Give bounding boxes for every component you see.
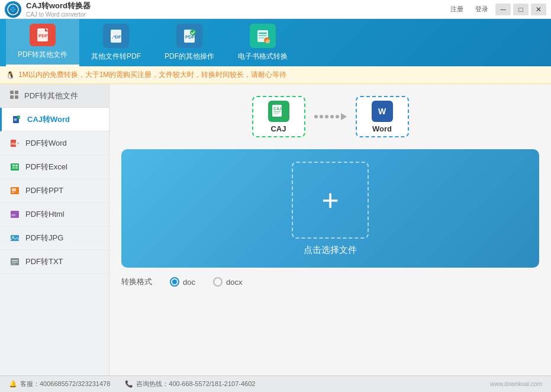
svg-rect-39 <box>12 264 15 265</box>
pdf-ops-icon: PDF <box>176 24 202 48</box>
svg-rect-15 <box>10 91 14 94</box>
svg-rect-16 <box>15 91 18 94</box>
sidebar-item-pdf-to-jpg[interactable]: PDF转JPG <box>0 226 109 250</box>
svg-point-1 <box>11 8 15 11</box>
format-selector-label: 转换格式 <box>121 277 152 287</box>
sidebar-section-title: PDF转其他文件 <box>0 84 109 108</box>
notice-text: 1M以内的免费转换，大于1M的需购买注册，文件较大时，转换时间较长，请耐心等待 <box>18 70 286 80</box>
sidebar-item-pdf-to-word[interactable]: PDF PDF转Word <box>0 131 109 155</box>
svg-text:</>: </> <box>11 213 15 217</box>
svg-rect-31 <box>12 192 15 193</box>
app-subtitle: CAJ to Word convertor <box>26 11 91 18</box>
sidebar-section-label: PDF转其他文件 <box>24 91 78 101</box>
format-label-doc: doc <box>183 278 195 287</box>
svg-rect-27 <box>12 167 15 169</box>
from-format-box: CAJ CAJ <box>252 96 305 137</box>
toolbar-label-other-to-pdf: 其他文件转PDF <box>91 52 141 62</box>
sidebar-label-pdf-to-word: PDF转Word <box>25 138 67 149</box>
from-format-label: CAJ <box>270 124 286 133</box>
drop-zone-inner: + <box>292 162 369 239</box>
sidebar-label-pdf-to-html: PDF转Html <box>25 209 65 220</box>
sidebar-item-caj-to-word[interactable]: W CAJ转Word <box>0 108 109 131</box>
svg-rect-28 <box>15 167 18 169</box>
pdf-to-ppt-icon <box>9 185 21 197</box>
ebook-icon: @ <box>250 24 276 48</box>
hotline-text: 咨询热线：400-668-5572/181-2107-4602 <box>136 380 255 388</box>
minimize-button[interactable]: ─ <box>495 4 511 15</box>
svg-rect-26 <box>15 165 18 166</box>
caj-format-icon: CAJ <box>268 101 289 122</box>
footer-right: www.downkuai.com <box>490 381 542 387</box>
svg-rect-21 <box>17 115 20 119</box>
svg-text:PDF: PDF <box>38 33 48 38</box>
svg-rect-37 <box>12 260 18 261</box>
toolbar-label-ebook: 电子书格式转换 <box>238 52 288 62</box>
radio-dot-docx <box>213 277 223 287</box>
footer-left: 🔔 客服：4006685572/323231478 📞 咨询热线：400-668… <box>9 380 255 388</box>
login-button[interactable]: 登录 <box>471 4 493 15</box>
format-label-docx: docx <box>226 278 242 287</box>
content-panel: CAJ CAJ W <box>109 84 551 375</box>
svg-text:PDF: PDF <box>11 142 17 146</box>
toolbar-item-pdf-to-other[interactable]: PDF PDF转其他文件 <box>6 19 79 66</box>
close-button[interactable]: ✕ <box>531 4 546 15</box>
maximize-button[interactable]: □ <box>513 4 529 15</box>
format-radio-doc[interactable]: doc <box>170 277 195 287</box>
sidebar-item-pdf-to-ppt[interactable]: PDF转PPT <box>0 179 109 203</box>
title-bar: CAJ转word转换器 CAJ to Word convertor 注册 登录 … <box>0 0 551 19</box>
arrow-dot-3 <box>325 115 328 118</box>
svg-rect-12 <box>259 37 265 38</box>
drop-zone[interactable]: + 点击选择文件 <box>121 149 539 268</box>
svg-rect-18 <box>15 95 18 99</box>
svg-rect-25 <box>12 165 15 166</box>
pdf-to-word-icon: PDF <box>9 137 21 149</box>
sidebar-item-pdf-to-txt[interactable]: PDF转TXT <box>0 250 109 274</box>
arrow-dot-4 <box>330 115 334 118</box>
drop-zone-label: 点击选择文件 <box>304 245 357 256</box>
svg-rect-43 <box>273 113 279 114</box>
toolbar: PDF PDF转其他文件 PDF 其他文件转PDF PDF <box>0 19 551 66</box>
svg-rect-42 <box>273 111 281 113</box>
word-format-icon: W <box>372 101 393 122</box>
toolbar-item-other-to-pdf[interactable]: PDF 其他文件转PDF <box>79 19 153 66</box>
title-bar-right: 注册 登录 ─ □ ✕ <box>446 4 546 15</box>
arrow-head <box>341 113 347 120</box>
svg-rect-11 <box>259 35 267 36</box>
watermark-text: www.downkuai.com <box>490 381 542 387</box>
toolbar-item-ebook[interactable]: @ 电子书格式转换 <box>226 19 299 66</box>
svg-text:W: W <box>378 107 386 116</box>
pdf-to-other-icon: PDF <box>30 24 56 46</box>
pdf-to-excel-icon <box>9 161 21 173</box>
format-selector: 转换格式 doc docx <box>121 277 539 287</box>
to-format-box: W Word <box>356 96 409 137</box>
format-flow: CAJ CAJ W <box>121 96 539 137</box>
sidebar-section-icon <box>9 89 20 102</box>
arrow-indicator <box>314 113 347 120</box>
sidebar-label-caj-to-word: CAJ转Word <box>27 114 70 125</box>
app-name-group: CAJ转word转换器 CAJ to Word convertor <box>26 1 91 18</box>
notice-icon: 🐧 <box>6 71 15 79</box>
arrow-dot-2 <box>320 115 323 118</box>
footer: 🔔 客服：4006685572/323231478 📞 咨询热线：400-668… <box>0 375 551 392</box>
app-name: CAJ转word转换器 <box>26 1 91 11</box>
caj-to-word-icon: W <box>11 114 22 126</box>
pdf-to-html-icon: </> <box>9 208 21 220</box>
service-icon: 🔔 <box>9 380 17 388</box>
sidebar-item-pdf-to-html[interactable]: </> PDF转Html <box>0 203 109 226</box>
notice-bar: 🐧 1M以内的免费转换，大于1M的需购买注册，文件较大时，转换时间较长，请耐心等… <box>0 66 551 84</box>
service-text: 客服：4006685572/323231478 <box>20 380 110 388</box>
hotline-icon: 📞 <box>125 380 133 388</box>
add-file-icon: + <box>321 185 339 215</box>
app-logo <box>5 1 21 18</box>
radio-dot-doc <box>170 277 179 287</box>
sidebar-label-pdf-to-excel: PDF转Excel <box>25 162 67 172</box>
svg-text:@: @ <box>266 38 270 43</box>
sidebar-label-pdf-to-ppt: PDF转PPT <box>25 185 63 196</box>
toolbar-label-pdf-to-other: PDF转其他文件 <box>18 50 67 60</box>
format-radio-docx[interactable]: docx <box>213 277 242 287</box>
sidebar-label-pdf-to-txt: PDF转TXT <box>25 256 63 267</box>
svg-text:CAJ: CAJ <box>273 107 282 111</box>
toolbar-item-pdf-ops[interactable]: PDF PDF的其他操作 <box>153 19 226 66</box>
register-button[interactable]: 注册 <box>446 4 468 15</box>
sidebar-item-pdf-to-excel[interactable]: PDF转Excel <box>0 155 109 179</box>
